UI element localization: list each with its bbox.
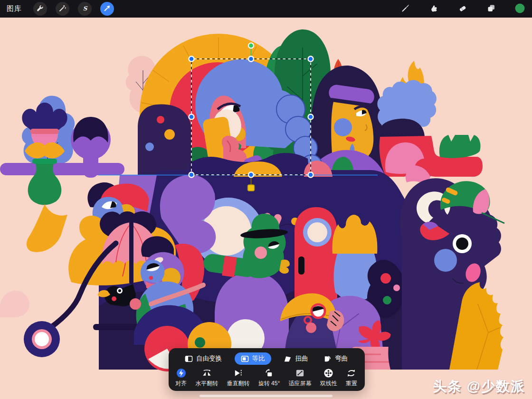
selection-s-icon: S <box>81 4 89 14</box>
action-label: 水平翻转 <box>195 380 218 388</box>
flip-vertical-button[interactable]: 垂直翻转 <box>227 368 250 388</box>
rotate-45-icon <box>264 368 274 378</box>
distort-mode-icon <box>284 355 292 363</box>
transform-mode-uniform[interactable]: 等比 <box>235 352 271 365</box>
transform-action-row: 对齐 水平翻转 垂直翻转 旋转 45° <box>169 365 365 388</box>
action-label: 对齐 <box>175 380 187 388</box>
mode-label: 等比 <box>252 354 265 363</box>
transform-panel: 自由变换 等比 扭曲 弯曲 <box>169 348 365 391</box>
layers-button[interactable] <box>484 2 499 16</box>
action-label: 重置 <box>346 380 357 388</box>
reset-icon <box>346 368 356 378</box>
eraser-icon <box>458 3 467 14</box>
snapping-lightning-icon <box>176 368 186 378</box>
reset-button[interactable]: 重置 <box>346 368 357 388</box>
freeform-mode-icon <box>185 355 193 363</box>
color-swatch-button[interactable] <box>512 2 527 16</box>
mode-label: 扭曲 <box>295 354 308 363</box>
active-color-icon <box>514 3 525 15</box>
transform-mode-distort[interactable]: 扭曲 <box>281 352 311 365</box>
action-label: 适应屏幕 <box>288 380 311 388</box>
transform-mode-warp[interactable]: 弯曲 <box>321 352 351 365</box>
flip-horizontal-icon <box>202 368 212 378</box>
illustration-dotted-hill <box>138 104 192 175</box>
brush-button[interactable] <box>398 2 413 16</box>
adjustments-button[interactable] <box>56 2 69 16</box>
toolbar-right-group <box>398 2 532 16</box>
bilinear-button[interactable]: 双线性 <box>320 368 337 388</box>
rotate-45-button[interactable]: 旋转 45° <box>258 368 280 388</box>
bilinear-icon <box>323 368 333 378</box>
smudge-finger-icon <box>429 3 439 14</box>
fit-screen-button[interactable]: 适应屏幕 <box>288 368 311 388</box>
mode-label: 自由变换 <box>196 354 222 363</box>
brush-icon <box>401 3 410 14</box>
wrench-icon <box>36 4 44 14</box>
actions-button[interactable] <box>33 2 47 16</box>
eraser-button[interactable] <box>455 2 470 16</box>
illustration-red-door <box>294 207 337 302</box>
transform-mode-row: 自由变换 等比 扭曲 弯曲 <box>169 348 365 365</box>
watermark: 头条 @少数派 <box>433 377 525 396</box>
toolbar-left-group: 图库 S <box>0 2 114 16</box>
snapping-button[interactable]: 对齐 <box>175 368 187 388</box>
smudge-button[interactable] <box>427 2 442 16</box>
layers-icon <box>486 3 496 14</box>
action-label: 双线性 <box>320 380 337 388</box>
mode-label: 弯曲 <box>335 354 348 363</box>
flip-vertical-icon <box>233 368 243 378</box>
flip-horizontal-button[interactable]: 水平翻转 <box>195 368 218 388</box>
transform-button[interactable] <box>100 2 114 16</box>
procreate-window: 图库 S <box>0 0 532 399</box>
action-label: 垂直翻转 <box>227 380 250 388</box>
svg-text:S: S <box>83 4 88 11</box>
gallery-button[interactable]: 图库 <box>7 4 22 13</box>
uniform-mode-icon <box>241 355 249 363</box>
top-toolbar: 图库 S <box>0 0 532 18</box>
magic-wand-icon <box>58 4 66 14</box>
action-label: 旋转 45° <box>258 380 280 388</box>
warp-mode-icon <box>323 355 332 363</box>
fit-screen-icon <box>295 368 305 378</box>
home-indicator[interactable] <box>200 395 332 397</box>
canvas-illustration[interactable] <box>0 0 532 399</box>
transform-arrow-icon <box>103 4 111 14</box>
transform-mode-freeform[interactable]: 自由变换 <box>182 352 225 365</box>
selection-button[interactable]: S <box>78 2 92 16</box>
